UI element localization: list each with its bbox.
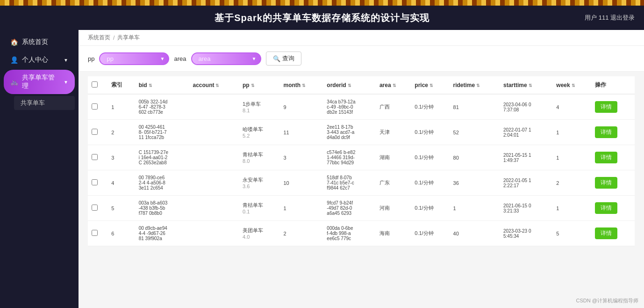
cell-starttime: 2021-06-15 0 3:21:33	[500, 196, 552, 221]
cell-action: 详情	[591, 170, 635, 196]
detail-button[interactable]: 详情	[595, 101, 617, 113]
pp-label: pp	[88, 55, 94, 62]
col-orderid-label: orderid	[327, 82, 346, 88]
cell-area: 湖南	[376, 145, 411, 170]
cell-account	[189, 221, 239, 246]
th-starttime[interactable]: starttime⇅	[500, 76, 552, 94]
sort-pp-icon: ⇅	[251, 83, 255, 88]
row-checkbox[interactable]	[92, 179, 98, 185]
th-week[interactable]: week⇅	[552, 76, 591, 94]
cell-index: 1	[107, 94, 135, 120]
th-area[interactable]: area⇅	[376, 76, 411, 94]
col-month-label: month	[283, 82, 301, 88]
cell-starttime: 2021-05-15 1 1:49:37	[500, 145, 552, 170]
home-icon: 🏠	[10, 38, 18, 46]
breadcrumb-home[interactable]: 系统首页	[88, 34, 110, 42]
layout: 🏠 系统首页 👤 个人中心 ▼ 🚲 共享单车管理 ▼ 共享单车 系统首页 / 共…	[0, 30, 644, 308]
sidebar-sub-item-bike[interactable]: 共享单车	[14, 96, 75, 110]
sidebar-item-profile[interactable]: 👤 个人中心 ▼	[4, 52, 75, 68]
row-checkbox[interactable]	[92, 129, 98, 135]
area-input[interactable]	[191, 52, 261, 65]
sidebar-item-bike-label: 共享单车管理	[22, 73, 60, 90]
cell-ridetime: 52	[450, 120, 500, 145]
th-bid[interactable]: bid⇅	[135, 76, 189, 94]
cell-account	[189, 120, 239, 145]
select-all-checkbox[interactable]	[92, 81, 98, 88]
sidebar-item-home[interactable]: 🏠 系统首页	[4, 34, 75, 50]
cell-bid: C 151739-27e i 16e4-aa01-2 C 2653e2ab8	[135, 145, 189, 170]
col-bid-label: bid	[139, 82, 147, 88]
cell-month: 11	[279, 120, 323, 145]
table-row: 3 C 151739-27e i 16e4-aa01-2 C 2653e2ab8…	[88, 145, 635, 170]
cell-starttime: 2022-01-07 1 2:04:01	[500, 120, 552, 145]
table-row: 4 00 7890-ce6 2-4 4-a506-8 3e11 2c654 永安…	[88, 170, 635, 196]
pp-input[interactable]	[99, 52, 169, 65]
cell-bid: 00 4250-461 8- 05f-b721-7 11 1fcca72b	[135, 120, 189, 145]
header: 基于Spark的共享单车数据存储系统的设计与实现 用户 111 退出登录	[0, 6, 644, 30]
row-checkbox[interactable]	[92, 154, 98, 160]
th-action: 操作	[591, 76, 635, 94]
th-ridetime[interactable]: ridetime⇅	[450, 76, 500, 94]
cell-action: 详情	[591, 94, 635, 120]
cell-month: 10	[279, 170, 323, 196]
cell-account	[189, 196, 239, 221]
th-orderid[interactable]: orderid⇅	[323, 76, 376, 94]
cell-orderid: 9fcd7 9-b24f -49d7 82d-0 a6a45 6293	[323, 196, 376, 221]
cell-month: 1	[279, 196, 323, 221]
col-ridetime-label: ridetime	[453, 82, 475, 88]
detail-button[interactable]: 详情	[595, 177, 617, 189]
th-price[interactable]: price⇅	[411, 76, 449, 94]
sort-starttime-icon: ⇅	[529, 83, 532, 88]
cell-bid: 003a b8-a603 -438 b3fb-5b f787 0b8b0	[135, 196, 189, 221]
sort-week-icon: ⇅	[572, 83, 575, 88]
col-pp-label: pp	[243, 82, 250, 88]
th-index: 索引	[107, 76, 135, 94]
row-checkbox[interactable]	[92, 103, 98, 110]
header-title: 基于Spark的共享单车数据存储系统的设计与实现	[215, 12, 429, 24]
cell-account	[189, 145, 239, 170]
cell-area: 河南	[376, 196, 411, 221]
cell-checkbox	[88, 221, 107, 246]
cell-price: 0.1/分钟	[411, 196, 449, 221]
sort-account-icon: ⇅	[215, 83, 219, 88]
detail-button[interactable]: 详情	[595, 202, 617, 214]
area-input-wrap: ▼	[191, 52, 261, 65]
search-button[interactable]: 🔍 查询	[266, 51, 301, 66]
detail-button[interactable]: 详情	[595, 227, 617, 239]
col-price-label: price	[415, 82, 428, 88]
th-account[interactable]: account⇅	[189, 76, 239, 94]
col-starttime-label: starttime	[503, 82, 527, 88]
cell-ridetime: 81	[450, 94, 500, 120]
cell-starttime: 2023-03-23 0 5:45:34	[500, 221, 552, 246]
top-decorative-bar	[0, 0, 644, 6]
col-action-label: 操作	[595, 81, 606, 88]
cell-account	[189, 170, 239, 196]
th-month[interactable]: month⇅	[279, 76, 323, 94]
area-label: area	[174, 55, 186, 62]
header-user[interactable]: 用户 111 退出登录	[585, 14, 635, 22]
cell-index: 4	[107, 170, 135, 196]
table-header-row: 索引 bid⇅ account⇅ pp⇅ month⇅ orderid⇅ are…	[88, 76, 635, 94]
cell-price: 0.1/分钟	[411, 94, 449, 120]
cell-week: 1	[552, 120, 591, 145]
cell-area: 海南	[376, 221, 411, 246]
detail-button[interactable]: 详情	[595, 152, 617, 163]
cell-pp: 永安单车3.6	[239, 170, 280, 196]
row-checkbox[interactable]	[92, 205, 98, 211]
cell-checkbox	[88, 94, 107, 120]
row-checkbox[interactable]	[92, 230, 98, 236]
sort-area-icon: ⇅	[393, 83, 396, 88]
cell-ridetime: 40	[450, 221, 500, 246]
sort-ridetime-icon: ⇅	[476, 83, 480, 88]
table-row: 5 003a b8-a603 -438 b3fb-5b f787 0b8b0 青…	[88, 196, 635, 221]
cell-starttime: 2023-04-06 0 7:37:08	[500, 94, 552, 120]
sort-month-icon: ⇅	[302, 83, 306, 88]
sidebar-item-bike-mgmt[interactable]: 🚲 共享单车管理 ▼	[4, 70, 75, 94]
detail-button[interactable]: 详情	[595, 126, 617, 138]
cell-bid: 005b 322-14d 6-47 -8278-3 602 cb773e	[135, 94, 189, 120]
sidebar-item-home-label: 系统首页	[22, 38, 48, 46]
th-pp[interactable]: pp⇅	[239, 76, 280, 94]
chevron-down-icon: ▼	[64, 58, 68, 63]
sort-bid-icon: ⇅	[149, 83, 152, 88]
bike-icon: 🚲	[10, 78, 18, 86]
